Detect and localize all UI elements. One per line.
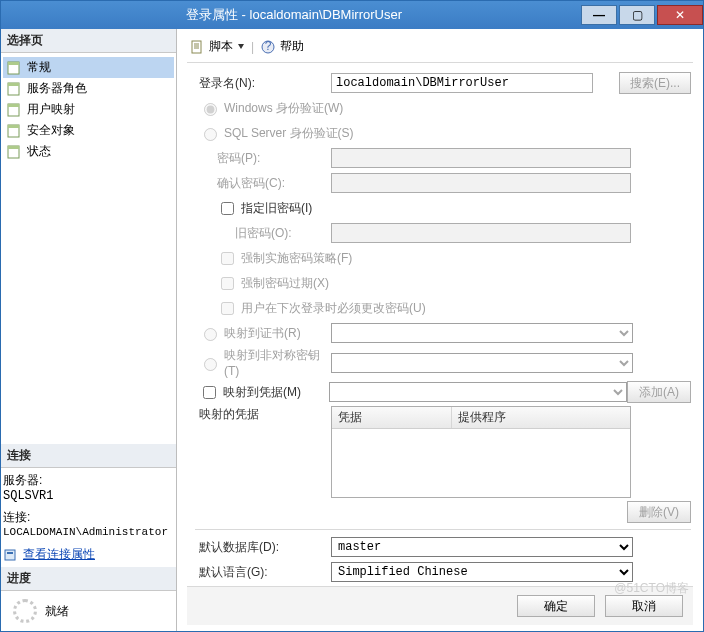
svg-rect-10 xyxy=(5,550,15,560)
table-header: 凭据 提供程序 xyxy=(332,407,630,429)
must-change-checkbox xyxy=(221,302,234,315)
window-title: 登录属性 - localdomain\DBMirrorUser xyxy=(9,6,579,24)
old-password-input xyxy=(331,223,631,243)
dialog-footer: 确定 取消 xyxy=(187,586,693,625)
windows-auth-radio xyxy=(204,103,217,116)
enforce-expiry-label: 强制密码过期(X) xyxy=(241,275,329,292)
nav-label: 服务器角色 xyxy=(27,80,87,97)
minimize-button[interactable]: — xyxy=(581,5,617,25)
map-cert-radio xyxy=(204,328,217,341)
specify-old-pwd-checkbox[interactable] xyxy=(221,202,234,215)
nav-label: 状态 xyxy=(27,143,51,160)
connection-label: 连接: xyxy=(3,509,174,526)
search-button[interactable]: 搜索(E)... xyxy=(619,72,691,94)
help-icon: ? xyxy=(261,40,277,54)
col-credential: 凭据 xyxy=(332,407,452,428)
connection-header: 连接 xyxy=(1,444,176,468)
map-cert-label: 映射到证书(R) xyxy=(224,325,301,342)
nav-securables[interactable]: 安全对象 xyxy=(3,120,174,141)
must-change-label: 用户在下次登录时必须更改密码(U) xyxy=(241,300,426,317)
help-label: 帮助 xyxy=(280,38,304,55)
connection-value: LOCALDOMAIN\Administrator xyxy=(3,526,174,538)
sql-auth-radio xyxy=(204,128,217,141)
sql-auth-label: SQL Server 身份验证(S) xyxy=(224,125,354,142)
default-db-label: 默认数据库(D): xyxy=(195,539,331,556)
login-name-input[interactable] xyxy=(331,73,593,93)
svg-rect-11 xyxy=(7,552,13,554)
nav-status[interactable]: 状态 xyxy=(3,141,174,162)
col-provider: 提供程序 xyxy=(452,407,630,428)
toolbar: 脚本 | ? 帮助 xyxy=(187,35,693,63)
login-name-label: 登录名(N): xyxy=(195,75,331,92)
view-connection-link[interactable]: 查看连接属性 xyxy=(23,546,95,563)
close-button[interactable]: ✕ xyxy=(657,5,703,25)
server-value: SQLSVR1 xyxy=(3,489,174,503)
windows-auth-label: Windows 身份验证(W) xyxy=(224,100,343,117)
map-cred-checkbox[interactable] xyxy=(203,386,216,399)
map-asym-select xyxy=(331,353,633,373)
page-icon xyxy=(7,103,23,117)
progress-header: 进度 xyxy=(1,567,176,591)
connection-panel: 服务器: SQLSVR1 连接: LOCALDOMAIN\Administrat… xyxy=(1,468,176,567)
map-asym-radio xyxy=(204,358,217,371)
remove-button[interactable]: 删除(V) xyxy=(627,501,691,523)
server-label: 服务器: xyxy=(3,472,174,489)
confirm-password-input xyxy=(331,173,631,193)
password-label: 密码(P): xyxy=(195,150,331,167)
nav-label: 安全对象 xyxy=(27,122,75,139)
divider xyxy=(195,529,691,530)
cancel-button[interactable]: 取消 xyxy=(605,595,683,617)
select-page-header: 选择页 xyxy=(1,29,176,53)
nav-list: 常规 服务器角色 用户映射 安全对象 状态 xyxy=(1,53,176,444)
dialog-body: 选择页 常规 服务器角色 用户映射 安全对象 xyxy=(1,29,703,631)
svg-text:?: ? xyxy=(265,40,272,53)
mapped-cred-label: 映射的凭据 xyxy=(195,406,331,423)
map-cert-select xyxy=(331,323,633,343)
titlebar[interactable]: 登录属性 - localdomain\DBMirrorUser — ▢ ✕ xyxy=(1,1,703,29)
nav-label: 常规 xyxy=(27,59,51,76)
confirm-password-label: 确认密码(C): xyxy=(195,175,331,192)
svg-rect-3 xyxy=(8,83,19,86)
right-panel: 脚本 | ? 帮助 登录名(N): 搜索(E)... xyxy=(177,29,703,631)
svg-rect-7 xyxy=(8,125,19,128)
page-icon xyxy=(7,82,23,96)
svg-rect-1 xyxy=(8,62,19,65)
specify-old-pwd-label: 指定旧密码(I) xyxy=(241,200,312,217)
mapped-cred-table[interactable]: 凭据 提供程序 xyxy=(331,406,631,498)
map-cred-select xyxy=(329,382,627,402)
svg-rect-5 xyxy=(8,104,19,107)
nav-label: 用户映射 xyxy=(27,101,75,118)
general-form: 登录名(N): 搜索(E)... Windows 身份验证(W) SQL Ser… xyxy=(187,63,693,586)
page-icon xyxy=(7,61,23,75)
svg-rect-9 xyxy=(8,146,19,149)
login-properties-window: 登录属性 - localdomain\DBMirrorUser — ▢ ✕ 选择… xyxy=(0,0,704,632)
old-password-label: 旧密码(O): xyxy=(195,225,331,242)
ok-button[interactable]: 确定 xyxy=(517,595,595,617)
page-icon xyxy=(7,145,23,159)
progress-spinner-icon xyxy=(13,599,37,623)
svg-rect-12 xyxy=(192,41,201,53)
script-label: 脚本 xyxy=(209,38,233,55)
script-button[interactable]: 脚本 xyxy=(187,37,247,56)
left-panel: 选择页 常规 服务器角色 用户映射 安全对象 xyxy=(1,29,177,631)
default-db-select[interactable]: master xyxy=(331,537,633,557)
properties-icon xyxy=(3,548,19,562)
progress-panel: 就绪 xyxy=(1,591,176,631)
default-lang-label: 默认语言(G): xyxy=(195,564,331,581)
add-button[interactable]: 添加(A) xyxy=(627,381,691,403)
chevron-down-icon xyxy=(238,44,244,49)
default-lang-select[interactable]: Simplified Chinese xyxy=(331,562,633,582)
nav-user-mapping[interactable]: 用户映射 xyxy=(3,99,174,120)
nav-server-roles[interactable]: 服务器角色 xyxy=(3,78,174,99)
password-input xyxy=(331,148,631,168)
enforce-expiry-checkbox xyxy=(221,277,234,290)
enforce-policy-label: 强制实施密码策略(F) xyxy=(241,250,352,267)
maximize-button[interactable]: ▢ xyxy=(619,5,655,25)
page-icon xyxy=(7,124,23,138)
map-cred-label: 映射到凭据(M) xyxy=(223,384,301,401)
help-button[interactable]: ? 帮助 xyxy=(258,37,307,56)
nav-general[interactable]: 常规 xyxy=(3,57,174,78)
enforce-policy-checkbox xyxy=(221,252,234,265)
map-asym-label: 映射到非对称密钥(T) xyxy=(224,347,331,378)
script-icon xyxy=(190,40,206,54)
